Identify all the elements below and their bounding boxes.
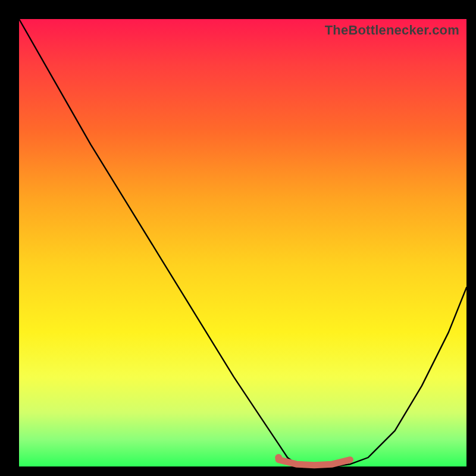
highlight-dot-icon bbox=[275, 454, 282, 461]
highlight-segment bbox=[278, 460, 350, 465]
curve-black bbox=[19, 19, 466, 466]
chart-svg bbox=[19, 19, 466, 466]
plot-gradient-area: TheBottlenecker.com bbox=[19, 19, 466, 466]
chart-frame: TheBottlenecker.com bbox=[0, 0, 476, 476]
